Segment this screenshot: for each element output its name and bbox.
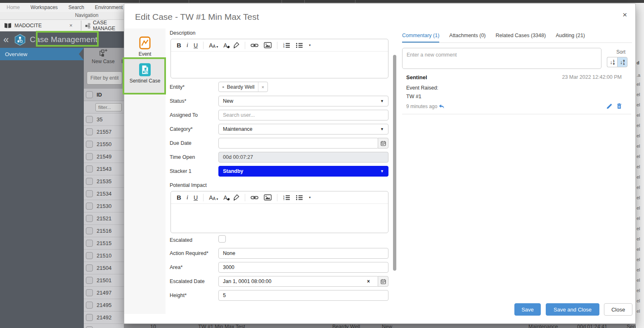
case-row[interactable]: 21497 — [84, 287, 124, 299]
bold-button[interactable]: B — [177, 42, 181, 49]
row-checkbox[interactable] — [86, 141, 93, 148]
potential-impact-editor-body[interactable] — [171, 204, 388, 233]
edit-comment-icon[interactable] — [606, 103, 612, 109]
form-scrollbar[interactable] — [393, 55, 396, 271]
delete-comment-icon[interactable] — [617, 103, 622, 109]
italic-button[interactable]: i — [187, 42, 188, 49]
entity-tag-remove-icon[interactable]: × — [258, 82, 268, 92]
row-checkbox[interactable] — [86, 203, 93, 210]
case-row[interactable]: 21504 — [84, 262, 124, 274]
row-checkbox[interactable] — [86, 190, 93, 197]
status-select[interactable]: New ▼ — [218, 96, 388, 106]
insert-link-button[interactable] — [251, 43, 258, 48]
row-checkbox[interactable] — [86, 277, 93, 284]
height-input[interactable] — [218, 290, 388, 301]
case-row[interactable]: 21550 — [84, 138, 124, 151]
italic-button[interactable]: i — [187, 194, 188, 201]
case-row[interactable]: 21516 — [84, 225, 124, 237]
tab-close-icon[interactable]: × — [69, 22, 73, 28]
due-date-calendar-button[interactable] — [378, 138, 388, 149]
save-and-close-button[interactable]: Save and Close — [546, 303, 599, 316]
row-checkbox[interactable] — [86, 215, 93, 222]
bullet-list-button[interactable] — [296, 195, 303, 201]
font-size-button[interactable]: AA▾ — [209, 194, 218, 201]
tab-commentary[interactable]: Commentary (1) — [402, 33, 439, 42]
row-checkbox[interactable] — [86, 289, 93, 296]
bold-button[interactable]: B — [177, 194, 181, 201]
bullet-list-button[interactable] — [296, 42, 303, 48]
case-type-event[interactable]: Event — [124, 35, 166, 58]
escalated-checkbox[interactable] — [218, 235, 226, 243]
list-options-caret-icon[interactable]: ▾ — [309, 196, 311, 199]
row-checkbox[interactable] — [86, 326, 93, 328]
case-row[interactable]: 21557 — [84, 126, 124, 138]
menu-search[interactable]: Search — [69, 5, 84, 10]
id-column-header[interactable]: ID — [97, 92, 102, 98]
menu-home[interactable]: Home — [7, 5, 20, 10]
insert-image-button[interactable] — [264, 42, 272, 48]
select-all-checkbox[interactable] — [86, 91, 93, 98]
reply-icon[interactable] — [438, 104, 445, 109]
tab-attachments[interactable]: Attachments (0) — [449, 33, 485, 42]
row-checkbox[interactable] — [86, 240, 93, 247]
action-required-input[interactable] — [218, 248, 388, 259]
new-case-button[interactable]: New Case — [87, 49, 119, 64]
underline-button[interactable]: U — [194, 194, 198, 201]
insert-image-button[interactable] — [264, 194, 272, 201]
tab-related-cases[interactable]: Related Cases (3348) — [496, 33, 546, 42]
case-row[interactable]: 21530 — [84, 200, 124, 212]
dialog-close-icon[interactable]: × — [623, 11, 627, 19]
sort-descending-button[interactable]: ↓ 91 — [617, 57, 627, 67]
row-checkbox[interactable] — [86, 165, 93, 172]
font-size-button[interactable]: AA▾ — [209, 42, 218, 49]
escalated-date-input[interactable] — [218, 276, 379, 287]
row-checkbox[interactable] — [86, 252, 93, 259]
list-options-caret-icon[interactable]: ▾ — [309, 43, 311, 47]
case-row[interactable]: 21534 — [84, 188, 124, 200]
case-row[interactable]: 35 — [84, 113, 124, 126]
case-row[interactable]: 21535 — [84, 175, 124, 188]
row-checkbox[interactable] — [86, 302, 93, 309]
case-row[interactable]: 21549 — [84, 151, 124, 163]
row-checkbox[interactable] — [86, 153, 93, 160]
case-row[interactable]: 21510 — [84, 250, 124, 262]
description-editor-body[interactable] — [171, 52, 388, 78]
due-date-input[interactable] — [218, 138, 379, 149]
description-editor[interactable]: B i U AA▾ A 123 ▾ — [170, 39, 388, 78]
case-row[interactable]: 21521 — [84, 212, 124, 225]
ordered-list-button[interactable]: 123 — [283, 42, 290, 48]
menu-workspaces[interactable]: Workspaces — [31, 5, 58, 10]
font-color-button[interactable]: A — [223, 194, 227, 201]
category-select[interactable]: Maintenance ▼ — [218, 124, 388, 135]
case-row[interactable]: 21543 — [84, 163, 124, 175]
row-checkbox[interactable] — [86, 264, 93, 271]
assigned-to-input[interactable] — [218, 110, 388, 120]
nav-item-overview[interactable]: Overview — [0, 48, 84, 60]
case-row[interactable]: 21491 — [84, 324, 124, 328]
row-checkbox[interactable] — [86, 227, 93, 234]
ordered-list-button[interactable]: 123 — [283, 195, 290, 201]
clear-date-icon[interactable]: × — [367, 278, 370, 284]
stacker-select[interactable]: Standby ▼ — [218, 166, 388, 177]
case-row[interactable]: 21492 — [84, 311, 124, 324]
escalated-date-calendar-button[interactable] — [378, 276, 388, 287]
underline-button[interactable]: U — [194, 42, 198, 49]
case-row[interactable]: 21501 — [84, 274, 124, 287]
row-checkbox[interactable] — [86, 178, 93, 185]
row-checkbox[interactable] — [86, 128, 93, 135]
area-input[interactable] — [218, 262, 388, 273]
case-row[interactable]: 21495 — [84, 299, 124, 311]
save-button[interactable]: Save — [514, 303, 541, 316]
insert-link-button[interactable] — [251, 195, 258, 200]
entity-tag[interactable]: ●Beardy Well × — [218, 82, 268, 92]
potential-impact-editor[interactable]: B i U AA▾ A 123 ▾ — [170, 191, 388, 233]
tab-madocite[interactable]: MADOCITE — [4, 20, 42, 31]
id-filter-input[interactable] — [95, 103, 122, 111]
row-checkbox[interactable] — [86, 314, 93, 321]
row-checkbox[interactable] — [86, 116, 93, 123]
new-comment-input[interactable] — [402, 48, 601, 69]
menu-environment[interactable]: Environment — [95, 5, 123, 10]
collapse-sidebar-icon[interactable]: « — [3, 35, 9, 44]
highlight-button[interactable] — [233, 42, 239, 48]
case-row[interactable]: 21515 — [84, 237, 124, 250]
